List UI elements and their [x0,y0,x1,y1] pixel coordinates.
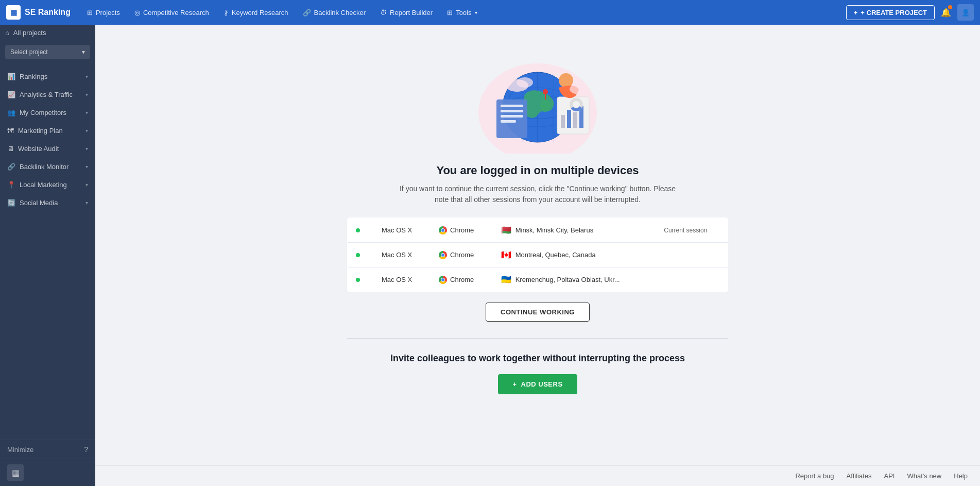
nav-projects-label: Projects [96,9,120,16]
svg-point-25 [543,89,548,94]
os-label: Mac OS X [382,276,412,283]
session-current: Current session [656,218,728,243]
sidebar-local-label: Local Marketing [20,181,67,189]
nav-keyword-research[interactable]: ⚷ Keyword Research [217,6,295,20]
chevron-icon: ▾ [85,74,88,79]
sidebar: ⌂ All projects Select project ▾ 📊 Rankin… [0,25,95,486]
chrome-icon [439,226,447,234]
session-browser: Chrome [431,218,493,243]
chrome-icon [439,251,447,259]
map-icon: 🗺 [7,127,14,135]
svg-rect-15 [561,115,565,128]
location-label: Montreal, Quebec, Canada [515,251,596,259]
sidebar-select-project[interactable]: Select project ▾ [5,45,90,59]
flag-icon: 🇨🇦 [501,250,511,260]
nav-backlink-checker[interactable]: 🔗 Backlink Checker [297,6,372,20]
svg-point-21 [559,73,573,88]
sidebar-item-marketing-plan[interactable]: 🗺 Marketing Plan ▾ [0,122,95,140]
chevron-down-icon: ▾ [82,48,85,56]
session-os: Mac OS X [370,243,431,267]
create-project-label: + CREATE PROJECT [861,9,927,16]
notification-button[interactable]: 🔔 [937,3,955,22]
app-name: SE Ranking [25,8,71,17]
home-icon: ⌂ [5,29,9,37]
chevron-icon: ▾ [85,200,88,206]
nav-tools[interactable]: ⊞ Tools ▾ [441,6,483,20]
illustration [466,40,610,154]
grid-icon: ⊞ [447,9,453,16]
add-users-button[interactable]: + ADD USERS [498,374,577,394]
browser-label: Chrome [450,276,474,283]
svg-rect-17 [573,112,577,128]
nav-competitive-label: Competitive Research [143,9,209,16]
logo-icon: ▦ [6,5,21,20]
svg-rect-12 [501,115,523,118]
continue-working-button[interactable]: CONTINUE WORKING [486,303,590,322]
main-title: You are logged in on multiple devices [436,164,639,177]
minimize-label: Minimize [7,446,33,454]
notification-badge [948,5,952,9]
key-icon: ⚷ [223,9,229,16]
sidebar-item-website-audit[interactable]: 🖥 Website Audit ▾ [0,140,95,158]
footer-report-bug[interactable]: Report a bug [795,472,834,480]
table-row: Mac OS X Chrome 🇨🇦 Montreal, Quebec, Can… [348,243,728,267]
session-status-dot [348,267,371,292]
sidebar-item-local-marketing[interactable]: 📍 Local Marketing ▾ [0,176,95,194]
avatar-button[interactable]: 👤 [957,4,974,21]
main-layout: ⌂ All projects Select project ▾ 📊 Rankin… [0,25,980,486]
svg-rect-10 [501,105,523,107]
link-icon: 🔗 [303,9,311,16]
map-pin-icon: 📍 [7,181,15,189]
nav-keyword-label: Keyword Research [232,9,288,16]
nav-projects[interactable]: ⊞ Projects [81,6,126,20]
table-row: Mac OS X Chrome 🇺🇦 Kremenchug, Poltava O… [348,267,728,292]
chevron-icon: ▾ [85,182,88,188]
modal-area: You are logged in on multiple devices If… [337,25,738,425]
bar-chart-icon: 📊 [7,73,15,80]
table-row: Mac OS X Chrome 🇧🇾 Minsk, Minsk City, Be… [348,218,728,243]
chevron-icon: ▾ [85,110,88,115]
flag-icon: 🇺🇦 [501,275,511,284]
footer-whats-new[interactable]: What's new [907,472,941,480]
sidebar-audit-label: Website Audit [18,145,59,153]
sidebar-item-rankings[interactable]: 📊 Rankings ▾ [0,68,95,86]
chevron-icon: ▾ [85,164,88,170]
nav-competitive-research[interactable]: ◎ Competitive Research [128,6,215,20]
nav-report-builder[interactable]: ⏱ Report Builder [374,6,439,20]
sidebar-competitors-label: My Competitors [20,109,66,116]
main-subtitle: If you want to continue the current sess… [393,183,682,205]
chevron-icon: ▾ [85,128,88,133]
session-os: Mac OS X [370,218,431,243]
os-label: Mac OS X [382,251,412,259]
top-nav: ▦ SE Ranking ⊞ Projects ◎ Competitive Re… [0,0,980,25]
sidebar-item-analytics[interactable]: 📈 Analytics & Traffic ▾ [0,86,95,104]
sidebar-marketing-plan-label: Marketing Plan [18,127,63,135]
sidebar-item-competitors[interactable]: 👥 My Competitors ▾ [0,104,95,122]
svg-point-24 [570,84,588,94]
sidebar-all-projects[interactable]: ⌂ All projects [0,25,95,41]
session-location: 🇧🇾 Minsk, Minsk City, Belarus [493,218,656,243]
monitor-icon: 🖥 [7,145,14,153]
clock-icon: ⏱ [380,9,387,16]
sidebar-item-backlink-monitor[interactable]: 🔗 Backlink Monitor ▾ [0,158,95,176]
footer-api[interactable]: API [884,472,895,480]
plus-icon: + [854,9,858,16]
footer-affiliates[interactable]: Affiliates [847,472,872,480]
app-logo[interactable]: ▦ SE Ranking [6,5,71,20]
footer-help[interactable]: Help [954,472,968,480]
sidebar-item-social-media[interactable]: 🔄 Social Media ▾ [0,194,95,212]
session-status-dot [348,243,371,267]
sidebar-backlink-label: Backlink Monitor [20,163,68,171]
svg-point-23 [517,77,533,88]
sidebar-analytics-label: Analytics & Traffic [20,91,73,98]
sidebar-minimize[interactable]: Minimize ? [0,440,95,459]
location-label: Minsk, Minsk City, Belarus [515,226,593,234]
link2-icon: 🔗 [7,163,15,171]
chevron-down-icon: ▾ [475,10,477,15]
create-project-button[interactable]: + + CREATE PROJECT [846,5,935,20]
session-current [656,243,728,267]
svg-rect-13 [501,120,516,123]
users-icon: 👥 [7,109,15,116]
plus-icon: + [512,380,517,388]
session-current [656,267,728,292]
